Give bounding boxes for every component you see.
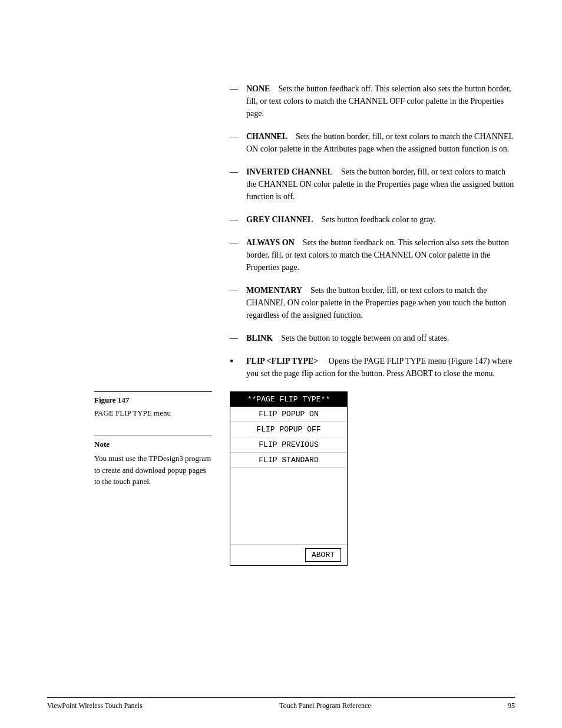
footer-page: 95 [508, 701, 515, 710]
bullet-list: — NONE Sets the button feedback off. Thi… [230, 83, 515, 380]
footer-center: Touch Panel Program Reference [279, 701, 371, 710]
note-section: Note You must use the TPDesign3 program … [94, 436, 212, 487]
dash-icon-4: — [230, 213, 246, 226]
term-grey-channel: GREY CHANNEL [246, 215, 313, 224]
menu-box: **PAGE FLIP TYPE** FLIP POPUP ON FLIP PO… [230, 391, 348, 566]
footer-left: ViewPoint Wireless Touch Panels [47, 701, 143, 710]
item-grey-channel-text: GREY CHANNEL Sets button feedback color … [246, 213, 515, 226]
list-item-flip: • FLIP <FLIP TYPE> Opens the PAGE FLIP T… [230, 355, 515, 380]
note-text: You must use the TPDesign3 program to cr… [94, 453, 212, 487]
list-item-always-on: — ALWAYS ON Sets the button feedback on.… [230, 236, 515, 274]
dash-icon: — [230, 83, 246, 120]
term-blink: BLINK [246, 334, 273, 342]
dash-icon-2: — [230, 130, 246, 155]
dash-icon-5: — [230, 236, 246, 274]
term-inverted-channel: INVERTED CHANNEL [246, 167, 333, 176]
item-grey-channel-body: Sets button feedback color to gray. [321, 215, 435, 224]
figure-caption: PAGE FLIP TYPE menu [94, 409, 212, 418]
figure-section: Figure 147 PAGE FLIP TYPE menu Note You … [94, 391, 515, 566]
page: — NONE Sets the button feedback off. Thi… [0, 0, 562, 728]
menu-abort-area: ABORT [230, 545, 347, 565]
menu-empty-area [230, 468, 347, 545]
item-blink-text: BLINK Sets the button to toggle between … [246, 332, 515, 344]
dash-icon-7: — [230, 332, 246, 344]
list-item-none: — NONE Sets the button feedback off. Thi… [230, 83, 515, 120]
dash-icon-6: — [230, 284, 246, 321]
bullet-dot-icon: • [230, 355, 246, 380]
term-none: NONE [246, 84, 270, 93]
menu-header: **PAGE FLIP TYPE** [230, 392, 347, 407]
dash-icon-3: — [230, 166, 246, 203]
item-always-on-text: ALWAYS ON Sets the button feedback on. T… [246, 236, 515, 274]
term-channel: CHANNEL [246, 132, 287, 141]
list-item-inverted-channel: — INVERTED CHANNEL Sets the button borde… [230, 166, 515, 203]
list-item-blink: — BLINK Sets the button to toggle betwee… [230, 332, 515, 344]
list-item-channel: — CHANNEL Sets the button border, fill, … [230, 130, 515, 155]
abort-button[interactable]: ABORT [305, 548, 341, 562]
main-content: — NONE Sets the button feedback off. Thi… [230, 83, 515, 380]
menu-item-flip-previous[interactable]: FLIP PREVIOUS [230, 437, 347, 453]
item-none-body: Sets the button feedback off. This selec… [246, 84, 511, 118]
term-momentary: MOMENTARY [246, 286, 302, 295]
figure-label: Figure 147 [94, 391, 212, 405]
item-inverted-channel-text: INVERTED CHANNEL Sets the button border,… [246, 166, 515, 203]
item-flip-text: FLIP <FLIP TYPE> Opens the PAGE FLIP TYP… [246, 355, 515, 380]
note-title: Note [94, 440, 212, 449]
figure-label-column: Figure 147 PAGE FLIP TYPE menu Note You … [94, 391, 212, 487]
list-item-grey-channel: — GREY CHANNEL Sets button feedback colo… [230, 213, 515, 226]
item-none-text: NONE Sets the button feedback off. This … [246, 83, 515, 120]
menu-item-flip-standard[interactable]: FLIP STANDARD [230, 453, 347, 468]
list-item-momentary: — MOMENTARY Sets the button border, fill… [230, 284, 515, 321]
item-momentary-text: MOMENTARY Sets the button border, fill, … [246, 284, 515, 321]
term-always-on: ALWAYS ON [246, 238, 295, 247]
footer: ViewPoint Wireless Touch Panels Touch Pa… [47, 697, 515, 710]
menu-item-flip-popup-off[interactable]: FLIP POPUP OFF [230, 422, 347, 437]
term-flip: FLIP <FLIP TYPE> [246, 357, 318, 365]
item-channel-text: CHANNEL Sets the button border, fill, or… [246, 130, 515, 155]
menu-item-flip-popup-on[interactable]: FLIP POPUP ON [230, 407, 347, 422]
item-blink-body: Sets the button to toggle between on and… [281, 334, 449, 342]
